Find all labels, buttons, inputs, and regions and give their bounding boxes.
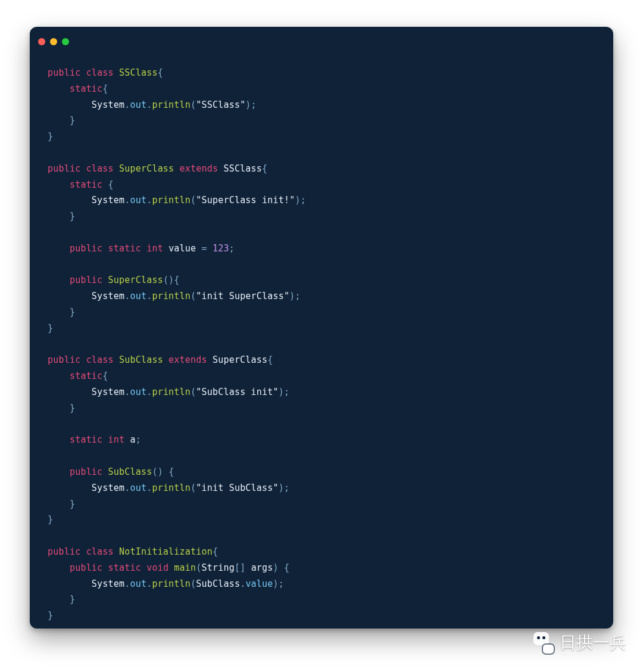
token-cls: SubClass	[108, 466, 152, 477]
token-id: System	[92, 291, 124, 301]
token-mem: out	[130, 578, 146, 589]
token-punc: (	[191, 99, 196, 110]
token-punc: {	[262, 163, 267, 174]
token-kw: extends	[180, 163, 219, 174]
token-punc: {	[213, 546, 218, 557]
wechat-chat-icon	[530, 632, 554, 654]
token-punc: (	[191, 387, 196, 397]
token-punc: ()	[152, 466, 163, 477]
token-punc: )	[273, 562, 279, 573]
code-block: public class SSClass{ static{ System.out…	[30, 51, 613, 636]
token-kw: extends	[168, 354, 207, 365]
token-kw: public	[70, 562, 102, 573]
token-cls: SuperClass	[119, 163, 174, 174]
token-punc: }	[70, 115, 75, 126]
token-punc: {	[102, 83, 108, 94]
token-str: "SubClass init"	[196, 387, 278, 397]
token-cls: SubClass	[119, 354, 163, 365]
token-punc: =	[202, 243, 207, 254]
token-punc: )	[279, 387, 284, 397]
token-id: System	[92, 387, 124, 397]
token-id: a	[130, 434, 136, 445]
token-call: main	[174, 562, 196, 573]
token-punc: ;	[301, 195, 306, 206]
token-punc: (	[191, 195, 196, 206]
token-id: args	[251, 562, 273, 573]
token-punc: {	[168, 466, 174, 477]
token-str: "init SuperClass"	[196, 291, 289, 301]
token-kw: class	[86, 163, 114, 174]
token-punc: (	[191, 291, 196, 301]
token-kw: static	[70, 371, 102, 381]
token-punc: {	[284, 562, 289, 573]
token-call: println	[152, 99, 191, 110]
token-punc: ;	[251, 99, 257, 110]
zoom-icon[interactable]	[62, 38, 69, 45]
token-id: System	[92, 99, 124, 110]
token-id: String	[202, 562, 235, 573]
token-kw: static	[70, 179, 102, 190]
token-str: "SuperClass init!"	[196, 195, 295, 206]
token-call: println	[152, 387, 191, 397]
token-punc: }	[70, 499, 75, 509]
token-punc: []	[235, 562, 245, 573]
token-str: "init SubClass"	[196, 483, 278, 493]
token-id: System	[92, 578, 124, 589]
token-kw: class	[86, 354, 114, 365]
token-punc: ;	[284, 387, 289, 397]
token-kw: public	[70, 466, 102, 477]
token-punc: }	[70, 307, 75, 318]
token-kw: public	[48, 67, 80, 78]
token-cls: SuperClass	[108, 275, 163, 285]
token-kw: int	[108, 434, 125, 445]
token-mem: out	[130, 291, 146, 301]
close-icon[interactable]	[38, 38, 45, 45]
token-punc: ;	[279, 578, 284, 589]
token-str: "SSClass"	[196, 99, 245, 110]
token-kw: public	[48, 354, 80, 365]
token-punc: (	[196, 562, 201, 573]
watermark: 日拱一兵	[530, 631, 626, 654]
token-punc: ;	[229, 243, 235, 254]
token-punc: (	[191, 483, 196, 493]
token-punc: {	[158, 67, 163, 78]
token-punc: }	[48, 514, 53, 525]
token-id: SubClass	[196, 578, 240, 589]
token-kw: int	[146, 243, 163, 254]
token-id: System	[92, 483, 124, 493]
token-kw: static	[70, 83, 102, 94]
token-kw: public	[48, 163, 80, 174]
token-kw: class	[86, 67, 114, 78]
token-punc: (	[191, 578, 196, 589]
token-num: 123	[213, 243, 229, 254]
token-id: SSClass	[223, 163, 262, 174]
token-punc: )	[245, 99, 251, 110]
token-id: System	[92, 195, 124, 206]
token-punc: ()	[163, 275, 174, 285]
token-cls: SSClass	[119, 67, 158, 78]
token-kw: public	[48, 546, 80, 557]
token-punc: .	[240, 578, 245, 589]
token-mem: value	[245, 578, 273, 589]
token-punc: ;	[284, 483, 289, 493]
token-punc: {	[102, 371, 108, 381]
token-kw: public	[70, 243, 102, 254]
watermark-text: 日拱一兵	[560, 631, 626, 654]
token-kw: public	[70, 275, 102, 285]
token-call: println	[152, 483, 191, 493]
token-punc: }	[70, 594, 75, 605]
minimize-icon[interactable]	[50, 38, 57, 45]
token-id: SuperClass	[213, 354, 267, 365]
token-punc: {	[108, 179, 114, 190]
token-kw: static	[108, 243, 141, 254]
token-kw: class	[86, 546, 114, 557]
token-mem: out	[130, 387, 146, 397]
token-punc: ;	[295, 291, 300, 301]
window-titlebar	[30, 27, 613, 51]
code-window: public class SSClass{ static{ System.out…	[30, 27, 613, 629]
token-punc: }	[70, 211, 75, 222]
token-punc: }	[48, 323, 53, 334]
token-mem: out	[130, 195, 146, 206]
token-cls: NotInitialization	[119, 546, 213, 557]
token-punc: }	[70, 403, 75, 413]
